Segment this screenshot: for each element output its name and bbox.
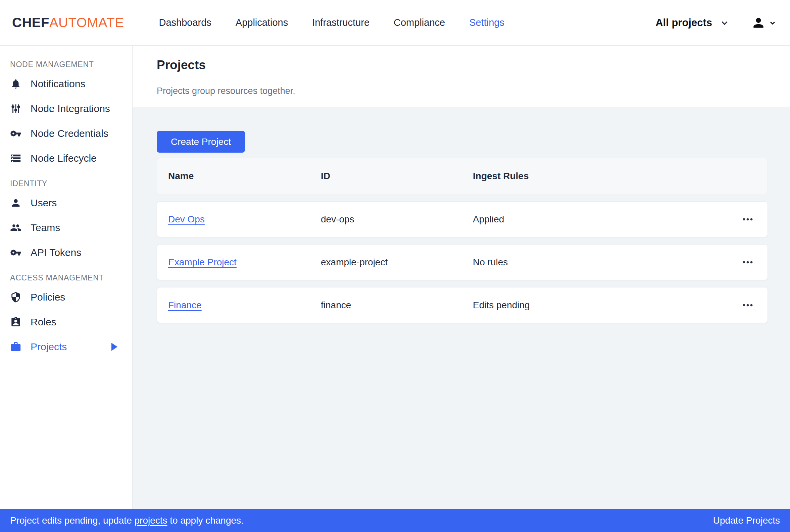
- nav-applications[interactable]: Applications: [236, 17, 288, 28]
- column-header-name: Name: [157, 171, 310, 182]
- create-project-button[interactable]: Create Project: [157, 131, 245, 153]
- sidebar-item-policies[interactable]: Policies: [10, 285, 132, 310]
- sidebar-item-label: Node Lifecycle: [31, 153, 97, 164]
- sidebar-item-notifications[interactable]: Notifications: [10, 72, 132, 96]
- banner-message: Project edits pending, update projects t…: [10, 515, 244, 526]
- table-row: Example Project example-project No rules: [157, 244, 768, 280]
- section-label-node-management: NODE MANAGEMENT: [10, 60, 132, 69]
- chevron-down-icon: [719, 18, 730, 28]
- project-name-cell: Finance: [157, 300, 310, 310]
- banner-projects-link[interactable]: projects: [134, 515, 167, 526]
- project-id-cell: example-project: [310, 257, 462, 268]
- row-menu-button[interactable]: [730, 256, 768, 269]
- shield-icon: [10, 291, 21, 303]
- logo-chef: CHEF: [12, 15, 49, 30]
- navbar-right: All projects: [655, 15, 776, 30]
- expand-arrow-icon: [111, 343, 117, 351]
- update-projects-button[interactable]: Update Projects: [713, 515, 780, 526]
- section-label-access-management: ACCESS MANAGEMENT: [10, 273, 132, 282]
- page-title: Projects: [157, 58, 768, 73]
- sidebar-item-projects[interactable]: Projects: [10, 335, 132, 359]
- nav-compliance[interactable]: Compliance: [394, 17, 445, 28]
- ellipsis-icon: [741, 256, 754, 269]
- column-header-ingest-rules: Ingest Rules: [462, 171, 731, 182]
- sidebar-item-teams[interactable]: Teams: [10, 215, 132, 240]
- badge-icon: [10, 316, 21, 328]
- server-icon: [10, 153, 21, 164]
- pending-edits-banner: Project edits pending, update projects t…: [0, 509, 790, 532]
- chef-automate-logo[interactable]: CHEFAUTOMATE: [12, 15, 124, 30]
- project-name-cell: Dev Ops: [157, 214, 310, 225]
- project-id-cell: finance: [310, 300, 462, 310]
- page-subtitle: Projects group resources together.: [157, 86, 768, 96]
- user-menu[interactable]: [751, 15, 776, 30]
- sidebar-item-label: API Tokens: [31, 247, 81, 258]
- settings-sidebar: NODE MANAGEMENT Notifications Node Integ…: [0, 45, 133, 509]
- sidebar-item-label: Notifications: [31, 78, 85, 90]
- project-link[interactable]: Dev Ops: [168, 214, 205, 224]
- table-header-row: Name ID Ingest Rules: [157, 158, 768, 194]
- chevron-down-icon: [769, 19, 776, 27]
- page-header: Projects Projects group resources togeth…: [133, 45, 790, 107]
- key-icon: [10, 128, 21, 139]
- projects-panel: Create Project Name ID Ingest Rules Dev …: [133, 107, 790, 509]
- sidebar-item-users[interactable]: Users: [10, 191, 132, 215]
- ellipsis-icon: [741, 213, 754, 226]
- sidebar-item-node-integrations[interactable]: Node Integrations: [10, 96, 132, 121]
- sidebar-item-label: Roles: [31, 316, 56, 328]
- nav-dashboards[interactable]: Dashboards: [159, 17, 211, 28]
- sidebar-item-label: Projects: [31, 341, 67, 353]
- ingest-rules-cell: No rules: [462, 257, 731, 268]
- row-menu-button[interactable]: [730, 213, 768, 226]
- projects-table: Name ID Ingest Rules Dev Ops dev-ops App…: [157, 158, 768, 323]
- sidebar-item-roles[interactable]: Roles: [10, 310, 132, 335]
- project-name-cell: Example Project: [157, 257, 310, 268]
- logo-automate: AUTOMATE: [49, 15, 124, 30]
- sidebar-item-api-tokens[interactable]: API Tokens: [10, 240, 132, 265]
- banner-message-prefix: Project edits pending, update: [10, 515, 134, 526]
- projects-filter-dropdown[interactable]: All projects: [655, 17, 730, 29]
- ingest-rules-cell: Edits pending: [462, 300, 731, 310]
- bell-icon: [10, 78, 21, 90]
- sidebar-item-label: Users: [31, 197, 57, 209]
- column-header-id: ID: [310, 171, 462, 182]
- body-row: NODE MANAGEMENT Notifications Node Integ…: [0, 45, 790, 509]
- user-avatar-icon: [751, 15, 766, 30]
- users-icon: [10, 222, 21, 233]
- ingest-rules-cell: Applied: [462, 214, 731, 225]
- sliders-icon: [10, 103, 21, 114]
- main-content: Projects Projects group resources togeth…: [133, 45, 790, 509]
- sidebar-item-label: Teams: [31, 222, 60, 233]
- banner-message-suffix: to apply changes.: [167, 515, 244, 526]
- sidebar-item-node-credentials[interactable]: Node Credentials: [10, 121, 132, 146]
- page: CHEFAUTOMATE Dashboards Applications Inf…: [0, 0, 790, 532]
- project-link[interactable]: Finance: [168, 300, 202, 310]
- top-navbar: CHEFAUTOMATE Dashboards Applications Inf…: [0, 0, 790, 45]
- ellipsis-icon: [741, 299, 754, 311]
- sidebar-item-label: Node Credentials: [31, 128, 108, 139]
- main-nav: Dashboards Applications Infrastructure C…: [159, 17, 504, 28]
- table-row: Dev Ops dev-ops Applied: [157, 201, 768, 237]
- nav-settings[interactable]: Settings: [469, 17, 504, 28]
- sidebar-item-label: Node Integrations: [31, 103, 110, 114]
- briefcase-icon: [10, 341, 21, 353]
- projects-filter-label: All projects: [655, 17, 712, 29]
- key-icon: [10, 247, 21, 258]
- sidebar-item-node-lifecycle[interactable]: Node Lifecycle: [10, 146, 132, 171]
- row-menu-button[interactable]: [730, 299, 768, 311]
- user-icon: [10, 197, 21, 209]
- table-row: Finance finance Edits pending: [157, 287, 768, 323]
- nav-infrastructure[interactable]: Infrastructure: [312, 17, 370, 28]
- sidebar-item-label: Policies: [31, 291, 65, 303]
- section-label-identity: IDENTITY: [10, 179, 132, 188]
- project-id-cell: dev-ops: [310, 214, 462, 225]
- project-link[interactable]: Example Project: [168, 257, 237, 267]
